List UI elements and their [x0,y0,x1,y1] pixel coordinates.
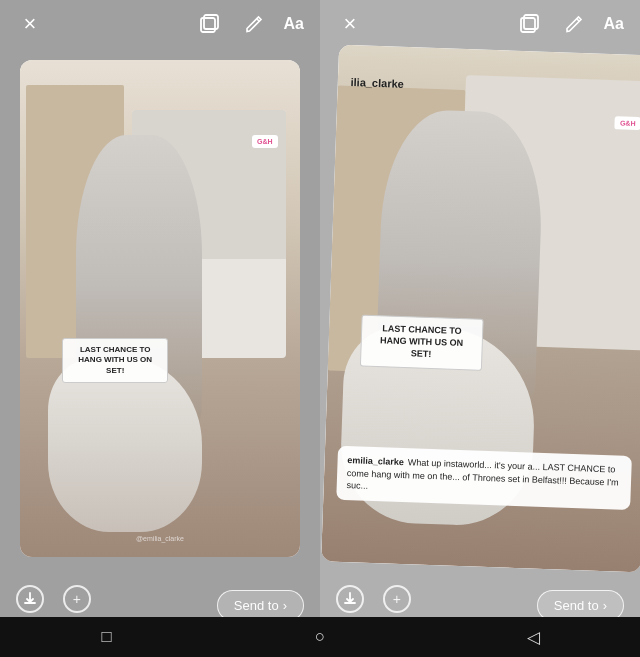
gh-logo-left: G&H [252,135,278,148]
close-button[interactable]: × [16,10,44,38]
draw-button[interactable] [240,10,268,38]
pencil-icon [244,14,264,34]
sign-left: LAST CHANCE TO HANG WITH US ON SET! [62,338,168,383]
send-button-right[interactable]: Send to › [537,590,624,621]
send-label-right: Send to [554,598,599,613]
nav-bar: □ ○ ◁ [0,617,640,657]
nav-square-button[interactable]: □ [83,617,131,657]
save-icon-left [16,585,44,613]
send-arrow-left: › [283,598,287,613]
card-username-right: ilia_clarke [350,76,404,90]
text-button[interactable]: Aa [284,15,304,33]
caption-username: emilia_clarke [347,455,404,467]
caption-box-right: emilia_clarkeWhat up instaworld... it's … [336,446,632,510]
story-card-left: G&H LAST CHANCE TO HANG WITH US ON SET! … [20,60,300,557]
draw-button-right[interactable] [560,10,588,38]
sticker-icon-right [519,13,541,35]
your-story-icon-left: + [63,585,91,613]
sign-right: LAST CHANCE TO HANG WITH US ON SET! [360,315,483,370]
photo-scene-right: ilia_clarke G&H LAST CHANCE TO HANG WITH… [321,45,640,573]
nav-back-button[interactable]: ◁ [509,617,557,657]
save-icon-right [336,585,364,613]
right-panel: × Aa ilia_clarke [320,0,640,657]
pencil-icon-right [564,14,584,34]
sticker-button-right[interactable] [516,10,544,38]
your-story-icon-right: + [383,585,411,613]
nav-home-button[interactable]: ○ [296,617,344,657]
send-button-left[interactable]: Send to › [217,590,304,621]
text-button-right[interactable]: Aa [604,15,624,33]
story-card-right: ilia_clarke G&H LAST CHANCE TO HANG WITH… [321,45,640,573]
close-button-right[interactable]: × [336,10,364,38]
right-top-bar: × Aa [320,0,640,48]
sticker-icon [199,13,221,35]
send-label-left: Send to [234,598,279,613]
photo-scene-left: G&H LAST CHANCE TO HANG WITH US ON SET! … [20,60,300,557]
send-arrow-right: › [603,598,607,613]
watermark-left: @emilia_clarke [136,535,184,542]
gh-logo-right: G&H [615,116,640,130]
left-panel: × Aa G&H [0,0,320,657]
sticker-button[interactable] [196,10,224,38]
left-top-bar: × Aa [0,0,320,48]
dog-figure [48,358,202,532]
